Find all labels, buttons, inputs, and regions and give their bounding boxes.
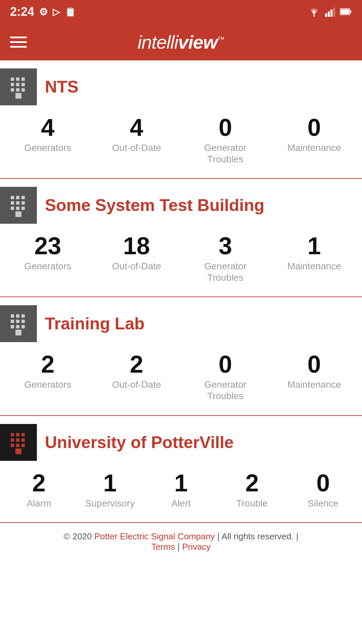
building-icon-nts	[0, 68, 37, 105]
footer-privacy-link[interactable]: Privacy	[182, 542, 210, 552]
footer-separator2: |	[296, 531, 298, 541]
svg-rect-12	[11, 83, 14, 86]
stat-label-nts-0: Generators	[24, 142, 71, 154]
stat-number-training-lab-1: 2	[130, 352, 143, 376]
stat-item-nts-1: 4Out-of-Date	[110, 115, 163, 165]
stat-label-university-potterville-2: Alert	[171, 498, 191, 509]
svg-point-0	[313, 15, 315, 17]
stat-item-nts-0: 4Generators	[21, 115, 74, 165]
stats-row-training-lab: 2Generators2Out-of-Date0GeneratorTrouble…	[0, 345, 362, 415]
building-card-university-potterville[interactable]: University of PotterVille2Alarm1Supervis…	[0, 416, 362, 523]
stat-item-some-system-test-0: 23Generators	[21, 234, 74, 283]
stat-item-some-system-test-2: 3GeneratorTroubles	[198, 234, 252, 283]
play-icon: ▷	[53, 6, 60, 17]
footer-terms-link[interactable]: Terms	[151, 542, 175, 552]
stat-number-university-potterville-0: 2	[32, 471, 46, 495]
settings-icon: ⚙	[39, 6, 48, 18]
stat-number-training-lab-0: 2	[41, 352, 54, 376]
svg-rect-6	[350, 10, 351, 13]
svg-rect-15	[11, 88, 14, 92]
stat-number-nts-2: 0	[219, 115, 232, 140]
stat-number-nts-1: 4	[130, 115, 143, 140]
svg-rect-47	[21, 438, 25, 442]
svg-rect-45	[11, 438, 14, 442]
app-header: intelliview™	[0, 23, 362, 60]
svg-rect-1	[325, 13, 327, 17]
stat-item-some-system-test-1: 18Out-of-Date	[110, 234, 163, 283]
status-bar-right	[308, 7, 352, 17]
svg-rect-11	[21, 77, 25, 81]
status-bar: 2:24 ⚙ ▷ 📋	[0, 0, 362, 23]
svg-rect-10	[16, 77, 19, 81]
footer-rights: All rights reserved.	[222, 531, 294, 541]
app-footer: © 2020 Potter Electric Signal Company | …	[0, 523, 362, 560]
footer-copyright: © 2020	[64, 531, 92, 541]
svg-rect-7	[341, 9, 349, 14]
stat-number-training-lab-2: 0	[219, 352, 232, 376]
stat-label-university-potterville-4: Silence	[308, 498, 339, 509]
svg-rect-32	[16, 314, 19, 318]
svg-rect-46	[16, 438, 19, 442]
stat-item-training-lab-0: 2Generators	[21, 352, 74, 401]
svg-rect-23	[11, 201, 14, 205]
stat-label-some-system-test-2: GeneratorTroubles	[204, 261, 246, 283]
svg-rect-13	[16, 83, 19, 86]
stat-label-university-potterville-0: Alarm	[26, 498, 51, 509]
stats-row-some-system-test: 23Generators18Out-of-Date3GeneratorTroub…	[0, 227, 362, 297]
building-card-nts[interactable]: NTS4Generators4Out-of-Date0GeneratorTrou…	[0, 60, 362, 179]
stat-item-training-lab-2: 0GeneratorTroubles	[198, 352, 252, 401]
svg-rect-36	[21, 320, 25, 323]
status-bar-left: 2:24 ⚙ ▷ 📋	[10, 5, 76, 19]
svg-rect-49	[16, 444, 19, 447]
battery-icon	[340, 8, 352, 15]
svg-rect-4	[333, 7, 335, 17]
building-card-some-system-test[interactable]: Some System Test Building23Generators18O…	[0, 179, 362, 297]
svg-rect-38	[16, 325, 19, 328]
footer-separator1: |	[217, 531, 222, 541]
buildings-list: NTS4Generators4Out-of-Date0GeneratorTrou…	[0, 60, 362, 523]
building-card-training-lab[interactable]: Training Lab2Generators2Out-of-Date0Gene…	[0, 297, 362, 416]
stat-label-university-potterville-1: Supervisory	[85, 498, 135, 509]
svg-rect-42	[11, 433, 14, 436]
menu-button[interactable]	[10, 37, 27, 48]
stats-row-nts: 4Generators4Out-of-Date0GeneratorTrouble…	[0, 109, 362, 178]
svg-rect-37	[11, 325, 14, 328]
building-header-training-lab: Training Lab	[0, 297, 362, 345]
svg-rect-22	[21, 196, 25, 199]
svg-rect-48	[11, 444, 14, 447]
svg-rect-3	[330, 9, 333, 17]
stat-item-university-potterville-0: 2Alarm	[12, 471, 66, 509]
stat-item-nts-2: 0GeneratorTroubles	[198, 115, 252, 165]
svg-rect-17	[21, 88, 25, 92]
stat-label-training-lab-2: GeneratorTroubles	[204, 379, 246, 401]
svg-rect-28	[21, 207, 25, 210]
building-icon-university-potterville	[0, 424, 37, 461]
stat-label-training-lab-0: Generators	[24, 379, 71, 390]
svg-rect-35	[16, 320, 19, 323]
stat-number-some-system-test-3: 1	[307, 234, 321, 258]
stat-item-nts-3: 0Maintenance	[287, 115, 341, 165]
stat-label-some-system-test-1: Out-of-Date	[112, 261, 161, 272]
footer-company-link[interactable]: Potter Electric Signal Company	[94, 531, 215, 541]
stat-number-some-system-test-0: 23	[34, 234, 61, 258]
building-header-university-potterville: University of PotterVille	[0, 416, 362, 464]
svg-rect-25	[21, 201, 25, 205]
stat-item-some-system-test-3: 1Maintenance	[287, 234, 341, 283]
svg-rect-44	[21, 433, 25, 436]
wifi-icon	[308, 7, 320, 17]
status-time: 2:24	[10, 5, 34, 19]
svg-rect-31	[11, 314, 14, 318]
building-name-university-potterville: University of PotterVille	[45, 433, 234, 452]
stat-label-university-potterville-3: Trouble	[236, 498, 268, 509]
stat-label-training-lab-3: Maintenance	[287, 379, 341, 390]
stat-label-some-system-test-0: Generators	[24, 261, 71, 272]
stat-item-university-potterville-1: 1Supervisory	[83, 471, 137, 509]
building-icon-training-lab	[0, 305, 37, 342]
stat-item-university-potterville-3: 2Trouble	[225, 471, 279, 509]
stats-row-university-potterville: 2Alarm1Supervisory1Alert2Trouble0Silence	[0, 464, 362, 523]
title-intelli: intelli	[137, 32, 178, 53]
building-name-training-lab: Training Lab	[45, 314, 144, 333]
building-header-some-system-test: Some System Test Building	[0, 179, 362, 227]
stat-item-training-lab-3: 0Maintenance	[287, 352, 341, 401]
title-tm: ™	[218, 35, 225, 44]
